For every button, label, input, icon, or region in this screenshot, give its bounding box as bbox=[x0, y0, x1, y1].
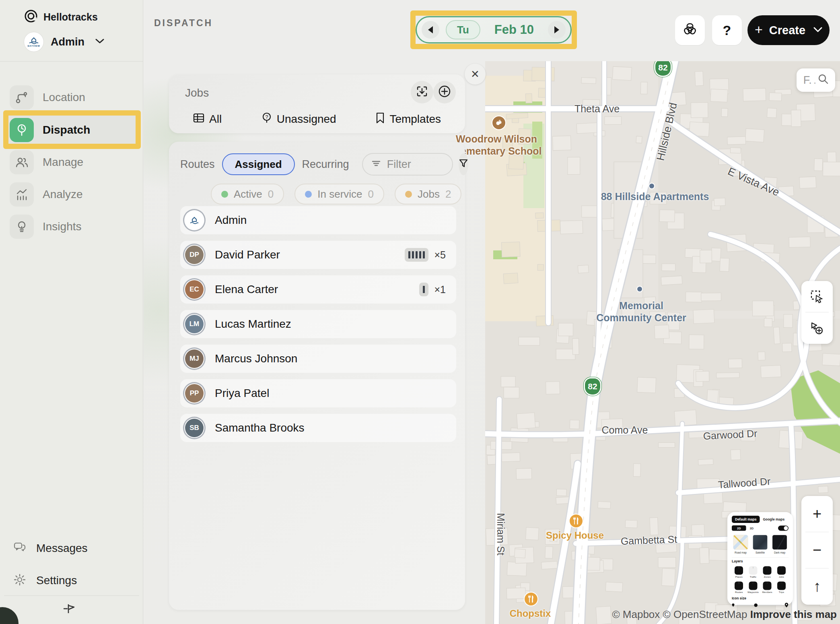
layer-members[interactable]: ꮻMembers bbox=[760, 581, 774, 594]
map-building bbox=[714, 198, 725, 206]
account-switcher[interactable]: BAYVIEW Admin bbox=[24, 31, 105, 52]
map-building bbox=[659, 442, 675, 447]
map-building bbox=[625, 520, 637, 528]
sidebar-item-messages[interactable]: Messages bbox=[8, 536, 137, 560]
badge-in-service[interactable]: In service 0 bbox=[294, 184, 384, 205]
map-building bbox=[730, 148, 741, 153]
layer-traffic[interactable]: ⵗTraffic bbox=[746, 566, 760, 579]
labels-toggle[interactable] bbox=[778, 525, 789, 531]
street-label: Gambetta St bbox=[620, 533, 677, 547]
style-satellite[interactable]: Satellite bbox=[751, 534, 769, 554]
map-building bbox=[752, 301, 773, 316]
avatar bbox=[185, 211, 204, 229]
tab-google-maps[interactable]: Google maps bbox=[763, 517, 784, 521]
add-point-button[interactable] bbox=[801, 312, 833, 343]
badge-label: Active bbox=[234, 188, 262, 200]
list-item-marcus-johnson[interactable]: MJ Marcus Johnson bbox=[180, 345, 456, 373]
map-search-box[interactable]: F.. bbox=[797, 68, 835, 92]
badge-jobs[interactable]: Jobs 2 bbox=[395, 184, 461, 205]
toggle-2d[interactable]: 2D bbox=[732, 525, 746, 531]
icon-size-slider[interactable] bbox=[732, 603, 789, 608]
badge-active[interactable]: Active 0 bbox=[211, 184, 284, 205]
badge-count: 0 bbox=[368, 188, 374, 200]
sidebar-item-insights[interactable]: Insights bbox=[6, 211, 138, 242]
pin-sidebar-icon[interactable] bbox=[60, 601, 80, 617]
sidebar-item-dispatch[interactable]: Dispatch bbox=[6, 114, 138, 146]
map-select-tools bbox=[801, 281, 833, 344]
layer-waypoints[interactable]: ➶Waypoints bbox=[746, 581, 760, 594]
map-building bbox=[572, 339, 579, 355]
chevron-down-icon bbox=[95, 38, 105, 45]
sidebar-divider bbox=[0, 61, 143, 62]
map-building bbox=[640, 82, 647, 94]
ai-assistant-button[interactable] bbox=[675, 15, 705, 45]
close-panel-button[interactable]: ✕ bbox=[465, 64, 486, 85]
recenter-button[interactable]: ↑ bbox=[801, 568, 833, 604]
list-item-samantha-brooks[interactable]: SB Samantha Brooks bbox=[180, 414, 456, 442]
tab-templates[interactable]: Templates bbox=[376, 112, 441, 126]
date-label[interactable]: Feb 10 bbox=[487, 23, 541, 37]
mapbox-attribution[interactable]: © Mapbox bbox=[612, 608, 660, 620]
chat-launcher[interactable] bbox=[0, 607, 19, 624]
layer-zones[interactable]: ▱Zones bbox=[760, 566, 774, 579]
improve-map-link[interactable]: Improve this map bbox=[750, 608, 837, 620]
jobs-tabs: All ? Unassigned Templates bbox=[193, 109, 441, 129]
routes-icon: ⛕ bbox=[735, 582, 743, 590]
layer-jobs[interactable]: ⏱Jobs bbox=[774, 566, 789, 579]
map-building bbox=[502, 242, 521, 257]
layer-trips[interactable]: ♨Trips bbox=[774, 581, 789, 594]
map-building bbox=[541, 561, 558, 569]
layer-places[interactable]: ⚲Places bbox=[732, 566, 746, 579]
sidebar-item-settings[interactable]: Settings bbox=[8, 568, 137, 593]
map-building bbox=[691, 103, 708, 118]
style-dark-map[interactable]: Dark map bbox=[771, 534, 789, 554]
sidebar-item-manage[interactable]: Manage bbox=[6, 147, 138, 178]
map-building bbox=[526, 527, 539, 540]
help-button[interactable]: ? bbox=[712, 15, 742, 45]
list-item-lucas-martinez[interactable]: LM Lucas Martinez bbox=[180, 310, 456, 338]
tab-all[interactable]: All bbox=[193, 113, 222, 126]
map-attribution: © Mapbox © OpenStreetMap Improve this ma… bbox=[612, 608, 837, 621]
map-building bbox=[727, 136, 746, 145]
layer-routes[interactable]: ⛕Routes bbox=[732, 581, 746, 594]
marquee-select-button[interactable] bbox=[801, 281, 833, 312]
zoom-out-button[interactable]: − bbox=[801, 532, 833, 568]
route-icon bbox=[10, 85, 34, 110]
sidebar-item-location[interactable]: Location bbox=[6, 82, 138, 113]
map-building bbox=[700, 250, 712, 263]
search-icon bbox=[818, 74, 828, 87]
map-building bbox=[556, 349, 575, 360]
jobs-panel-title: Jobs bbox=[185, 87, 209, 99]
tab-unassigned[interactable]: ? Unassigned bbox=[261, 112, 336, 126]
list-item-elena-carter[interactable]: EC Elena Carter ×1 bbox=[180, 275, 456, 304]
create-button[interactable]: + Create bbox=[747, 15, 830, 45]
map-canvas[interactable]: Theta Ave Hillside Blvd E Vista Ave Como… bbox=[485, 61, 840, 624]
zoom-in-button[interactable]: + bbox=[801, 496, 833, 532]
tab-assigned[interactable]: Assigned bbox=[222, 153, 295, 175]
map-building bbox=[517, 413, 535, 429]
tab-recurring[interactable]: Recurring bbox=[302, 158, 349, 171]
map-building bbox=[658, 557, 676, 568]
sidebar-item-analyze[interactable]: Analyze bbox=[6, 179, 138, 210]
prev-day-button[interactable] bbox=[422, 21, 439, 39]
tab-routes[interactable]: Routes bbox=[180, 158, 215, 171]
toggle-3d[interactable]: 3D bbox=[750, 527, 754, 530]
next-day-button[interactable] bbox=[548, 21, 566, 39]
weekday-badge[interactable]: Tu bbox=[446, 20, 480, 39]
style-road-map[interactable]: Road map bbox=[732, 534, 749, 554]
tab-default-maps[interactable]: Default maps bbox=[732, 516, 760, 523]
filter-input[interactable] bbox=[387, 158, 443, 171]
advanced-filter-button[interactable] bbox=[459, 153, 468, 175]
list-item-admin[interactable]: Admin bbox=[180, 206, 456, 234]
create-label: Create bbox=[769, 24, 805, 37]
add-job-button[interactable] bbox=[433, 81, 456, 103]
list-item-priya-patel[interactable]: PP Priya Patel bbox=[180, 379, 456, 407]
map-building bbox=[693, 309, 714, 324]
list-item-david-parker[interactable]: DP David Parker ×5 bbox=[180, 241, 456, 269]
import-jobs-button[interactable] bbox=[411, 81, 433, 103]
map-building bbox=[507, 562, 527, 576]
osm-attribution[interactable]: © OpenStreetMap bbox=[663, 608, 747, 620]
person-name: Lucas Martinez bbox=[215, 318, 446, 331]
map-building bbox=[581, 77, 596, 84]
route-shield-82: 82 bbox=[584, 377, 601, 396]
